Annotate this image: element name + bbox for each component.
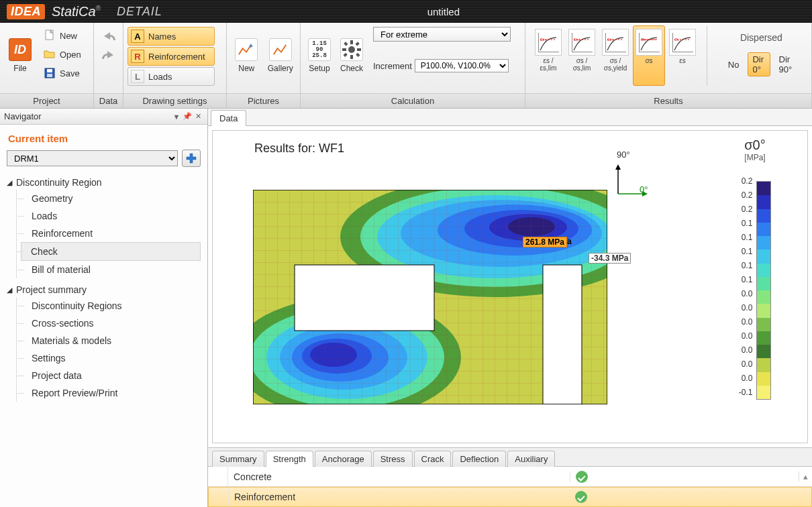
tree-item[interactable]: Project data (21, 367, 201, 384)
group-results-label: Results (525, 93, 811, 108)
svg-rect-46 (543, 265, 582, 404)
group-data-label: Data (94, 93, 123, 108)
bottom-tab-anchorage[interactable]: Anchorage (315, 451, 372, 467)
group-pictures-label: Pictures (227, 93, 300, 108)
group-calculation-label: Calculation (301, 93, 525, 108)
tree-item[interactable]: Bill of material (21, 261, 201, 278)
result-mode-0[interactable]: εlim εs /εs,lim (532, 25, 564, 86)
redo-icon[interactable] (101, 51, 117, 64)
svg-rect-10 (344, 42, 348, 46)
names-toggle[interactable]: ANames (128, 27, 215, 46)
svg-rect-8 (342, 48, 346, 51)
bottom-tab-auxiliary[interactable]: Auxiliary (507, 451, 555, 467)
group-drawing-label: Drawing settings (123, 93, 226, 108)
tree-item[interactable]: Settings (21, 349, 201, 367)
close-icon[interactable]: ✕ (193, 112, 203, 121)
callout-max-suffix: a (567, 237, 572, 246)
ok-icon (576, 471, 588, 483)
document-title: untitled (162, 6, 805, 17)
tree-item[interactable]: Discontinuity Regions (21, 297, 201, 315)
add-item-button[interactable] (182, 150, 201, 167)
dispersed-dir90[interactable]: Dir 90° (774, 52, 799, 76)
bottom-tab-deflection[interactable]: Deflection (452, 451, 506, 467)
tree-item[interactable]: Materials & models (21, 332, 201, 349)
result-row[interactable]: Concrete▴ (208, 467, 812, 487)
dispersed-dir0[interactable]: Dir 0° (748, 52, 770, 76)
save-button[interactable]: Save (39, 64, 86, 82)
tree-item[interactable]: Loads (21, 207, 201, 225)
mode-select[interactable]: For extreme (373, 27, 511, 42)
tree-item[interactable]: Check (21, 242, 201, 261)
brand: IDEA StatiCa® DETAIL (7, 4, 162, 19)
pictures-new-button[interactable]: + New (231, 25, 262, 86)
tree-section-0[interactable]: ◢Discontinuity Region (7, 175, 201, 190)
bottom-panel: SummaryStrengthAnchorageStressCrackDefle… (208, 447, 812, 507)
bottom-tab-summary[interactable]: Summary (212, 451, 264, 467)
result-mode-4[interactable]: σs εs (666, 25, 699, 86)
increment-label: Increment (373, 61, 412, 71)
svg-rect-3 (47, 74, 52, 77)
svg-rect-13 (343, 53, 347, 57)
contour-plot (253, 190, 607, 404)
setup-button[interactable]: 1.159025.8 Setup (305, 25, 334, 86)
ribbon: ID File New Open (0, 23, 812, 109)
navigator-title: Navigator (4, 111, 171, 121)
file-button[interactable]: ID File (4, 25, 36, 86)
axis-icon (613, 163, 649, 199)
increment-select[interactable]: P100.0%, V100.0% (415, 59, 509, 72)
bottom-tab-strength[interactable]: Strength (266, 451, 313, 467)
svg-point-5 (348, 46, 355, 53)
svg-rect-45 (295, 265, 434, 331)
scroll-up-icon[interactable]: ▴ (799, 471, 812, 482)
chart-gallery-icon (269, 38, 292, 61)
result-mode-2[interactable]: εlim σs /σs,yield (599, 25, 631, 86)
svg-rect-7 (350, 55, 353, 59)
svg-rect-2 (47, 69, 52, 72)
tree-item[interactable]: Report Preview/Print (21, 384, 201, 402)
chart-new-icon: + (235, 38, 258, 61)
current-item-label: Current item (8, 133, 201, 144)
axis-90-label: 90° (617, 150, 630, 160)
svg-rect-9 (357, 48, 361, 51)
dropdown-icon[interactable]: ▼ (171, 113, 182, 121)
callout-max: 261.8 MPa (523, 237, 567, 247)
navigator-panel: Navigator ▼ 📌 ✕ Current item DRM1 ◢Disco… (0, 109, 208, 507)
result-mode-3[interactable]: σs σs (633, 25, 665, 86)
brand-mode: DETAIL (117, 5, 162, 19)
folder-open-icon (44, 48, 56, 60)
svg-marker-25 (615, 164, 621, 170)
open-button[interactable]: Open (39, 46, 86, 63)
dispersed-no[interactable]: No (723, 58, 744, 72)
new-button[interactable]: New (39, 27, 86, 44)
current-item-select[interactable]: DRM1 (7, 150, 178, 166)
brand-logo: IDEA (7, 4, 45, 19)
svg-rect-6 (350, 40, 353, 44)
result-row[interactable]: Reinforcement (208, 487, 812, 507)
reinforcement-toggle[interactable]: RReinforcement (128, 47, 215, 66)
ok-icon (575, 491, 587, 503)
tree-section-1[interactable]: ◢Project summary (7, 282, 201, 297)
pictures-gallery-button[interactable]: Gallery (265, 25, 297, 86)
tree-item[interactable]: Geometry (21, 190, 201, 207)
tree-item[interactable]: Reinforcement (21, 225, 201, 242)
content-tab-data[interactable]: Data (211, 110, 246, 126)
svg-text:+: + (249, 42, 253, 50)
group-project-label: Project (0, 93, 93, 108)
new-file-icon (44, 30, 56, 42)
svg-marker-27 (642, 191, 648, 196)
undo-icon[interactable] (101, 32, 117, 46)
result-mode-1[interactable]: εlim σs /σs,lim (566, 25, 598, 86)
color-legend: σ0° [MPa] 0.20.20.20.10.10.10.10.10.00.0… (715, 137, 795, 400)
bottom-tab-stress[interactable]: Stress (373, 451, 413, 467)
svg-rect-11 (356, 53, 360, 57)
titlebar: IDEA StatiCa® DETAIL untitled (0, 0, 812, 23)
callout-min: -34.3 MPa (589, 253, 631, 264)
check-button[interactable]: Check (337, 25, 366, 86)
result-viewer[interactable]: Results for: WF1 90° 0° (212, 130, 808, 443)
brand-name: StatiCa® (52, 4, 101, 19)
tree-item[interactable]: Cross-sections (21, 315, 201, 332)
pin-icon[interactable]: 📌 (182, 112, 193, 121)
bottom-tab-crack[interactable]: Crack (414, 451, 452, 467)
loads-toggle[interactable]: LLoads (128, 67, 215, 86)
dispersed-label: Dispersed (740, 32, 782, 43)
